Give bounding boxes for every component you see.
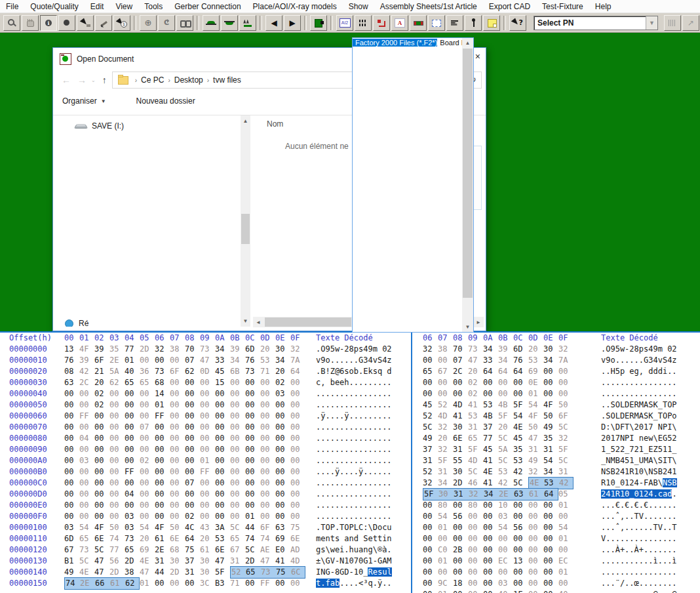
menu-assembly-sheets-1st-article[interactable]: Assembly Sheets/1st Article [374, 1, 483, 12]
hex-byte[interactable]: 5C [558, 422, 574, 433]
hex-byte[interactable]: 00 [170, 422, 185, 433]
hex-byte[interactable]: 45 [513, 433, 528, 444]
hex-byte[interactable]: 00 [155, 578, 170, 589]
hex-byte[interactable]: 4D [438, 411, 453, 422]
hex-byte[interactable]: 00 [260, 411, 275, 422]
hex-byte[interactable]: 3C [200, 578, 215, 589]
hex-byte[interactable]: 64 [483, 366, 498, 377]
hex-byte[interactable]: 20 [438, 433, 453, 444]
hex-byte[interactable]: 20 [275, 366, 290, 377]
hex-bytes[interactable]: 315F554D415C5349545C [423, 455, 574, 466]
hex-byte[interactable]: 00 [185, 411, 200, 422]
hex-byte[interactable]: 00 [140, 478, 155, 489]
hex-byte[interactable]: 47 [260, 556, 275, 567]
hex-byte[interactable]: 01 [245, 511, 260, 522]
chevron-down-icon[interactable]: ▼ [646, 16, 657, 30]
hex-byte[interactable]: 4B [483, 411, 498, 422]
hex-byte[interactable]: 34 [275, 355, 290, 366]
hex-byte[interactable]: 00 [140, 355, 155, 366]
hex-byte[interactable]: 00 [170, 377, 185, 388]
hex-byte[interactable]: 00 [170, 411, 185, 422]
hex-byte[interactable]: 00 [245, 478, 260, 489]
hex-byte[interactable]: 75 [275, 566, 290, 579]
hex-byte[interactable]: 00 [94, 511, 109, 522]
hex-byte[interactable]: 00 [125, 444, 140, 455]
hex-byte[interactable]: 9C [438, 578, 453, 589]
hex-byte[interactable]: 00 [215, 489, 230, 500]
hex-byte[interactable]: 00 [230, 433, 245, 444]
hex-byte[interactable]: 4E [513, 422, 528, 433]
navpane-scrollbar[interactable]: ▲ ▼ [241, 115, 250, 327]
decoded-text[interactable]: ...~.......@...@ [601, 589, 677, 593]
hex-byte[interactable]: 32 [438, 422, 453, 433]
hex-byte[interactable]: 65 [468, 433, 483, 444]
hex-byte[interactable]: 00 [170, 388, 185, 399]
hex-bytes[interactable]: 134F3935772D3238707334396D203032 [64, 344, 305, 355]
hex-byte[interactable]: 00 [558, 377, 574, 388]
hex-byte[interactable]: 00 [125, 455, 140, 466]
hex-byte[interactable]: B3 [215, 578, 230, 589]
hex-byte[interactable]: 00 [170, 444, 185, 455]
hex-byte[interactable]: 00 [275, 500, 290, 511]
hex-byte[interactable]: E0 [275, 544, 290, 556]
hex-byte[interactable]: 00 [170, 355, 185, 366]
decoded-text[interactable]: ...ˆ,..TV....... [601, 511, 677, 522]
hex-byte[interactable]: 32 [438, 444, 453, 455]
hex-byte[interactable]: 00 [423, 567, 438, 578]
hex-byte[interactable]: 50 [558, 399, 574, 411]
hex-byte[interactable]: 47 [215, 556, 230, 567]
hex-byte[interactable]: 34 [483, 488, 498, 501]
hex-byte[interactable]: 00 [543, 533, 558, 544]
hex-byte[interactable]: 00 [290, 511, 305, 522]
decoded-text[interactable]: ................ [316, 500, 392, 511]
hex-byte[interactable]: 07 [140, 422, 155, 433]
hex-byte[interactable]: 00 [170, 489, 185, 500]
pad-bottom-button[interactable] [221, 15, 238, 31]
hex-byte[interactable]: 2D [453, 478, 468, 489]
hex-byte[interactable]: 00 [290, 388, 305, 399]
hex-byte[interactable]: 00 [290, 478, 305, 489]
hex-byte[interactable]: 73 [155, 366, 170, 377]
hex-byte[interactable]: 32 [558, 433, 574, 444]
hex-byte[interactable]: 32 [558, 344, 574, 355]
hex-byte[interactable]: 80 [468, 500, 483, 511]
hex-bytes[interactable]: 5F303132342E63616405 [423, 489, 574, 500]
decoded-text[interactable]: ..SOLDERMASK_TOP [601, 399, 677, 411]
hex-byte[interactable]: 00 [453, 589, 468, 593]
hex-byte[interactable]: 71 [230, 578, 245, 589]
hex-byte[interactable]: 45 [483, 444, 498, 455]
menu-test-fixture[interactable]: Test-Fixture [536, 1, 589, 12]
hex-byte[interactable]: 5C [245, 544, 260, 556]
scroll-right-icon[interactable]: ► [476, 319, 481, 325]
hex-bytes[interactable]: 00000000040000000000000000000000 [64, 489, 305, 500]
decoded-text[interactable]: V............... [601, 533, 677, 544]
hex-byte[interactable]: 36 [140, 366, 155, 377]
hex-byte[interactable]: 00 [468, 578, 483, 589]
help-cursor-button[interactable] [509, 15, 526, 31]
hex-byte[interactable]: 5F [498, 411, 513, 422]
hex-byte[interactable]: 00 [94, 433, 109, 444]
decoded-text[interactable]: ...ˆ,......TV..T [601, 522, 677, 533]
decoded-text[interactable]: ....ÿ....ÿ...... [316, 466, 392, 478]
hex-byte[interactable]: 0D [200, 366, 215, 377]
hex-byte[interactable]: 00 [79, 388, 94, 399]
hex-byte[interactable]: 00 [498, 377, 513, 388]
hex-byte[interactable]: 77 [125, 344, 140, 355]
hex-bytes[interactable]: 0001000000401F000040 [423, 589, 574, 593]
decoded-text[interactable]: ................ [316, 399, 392, 411]
hex-byte[interactable]: 00 [79, 500, 94, 511]
hex-byte[interactable]: 00 [140, 388, 155, 399]
hex-byte[interactable]: 00 [109, 411, 125, 422]
hex-byte[interactable]: 31 [155, 556, 170, 567]
hex-byte[interactable]: 00 [423, 533, 438, 544]
magnifier-button[interactable] [3, 15, 20, 31]
hex-byte[interactable]: 65 [140, 377, 155, 388]
hex-byte[interactable]: 7A [558, 355, 574, 366]
hex-byte[interactable]: 00 [558, 511, 574, 522]
hex-byte[interactable]: 68 [170, 544, 185, 556]
scroll-up-icon[interactable]: ▲ [462, 40, 473, 46]
hex-byte[interactable]: 32 [468, 488, 483, 501]
hex-byte[interactable]: 04 [125, 489, 140, 500]
hex-byte[interactable]: EC [558, 556, 574, 567]
bars-button[interactable] [446, 15, 463, 31]
